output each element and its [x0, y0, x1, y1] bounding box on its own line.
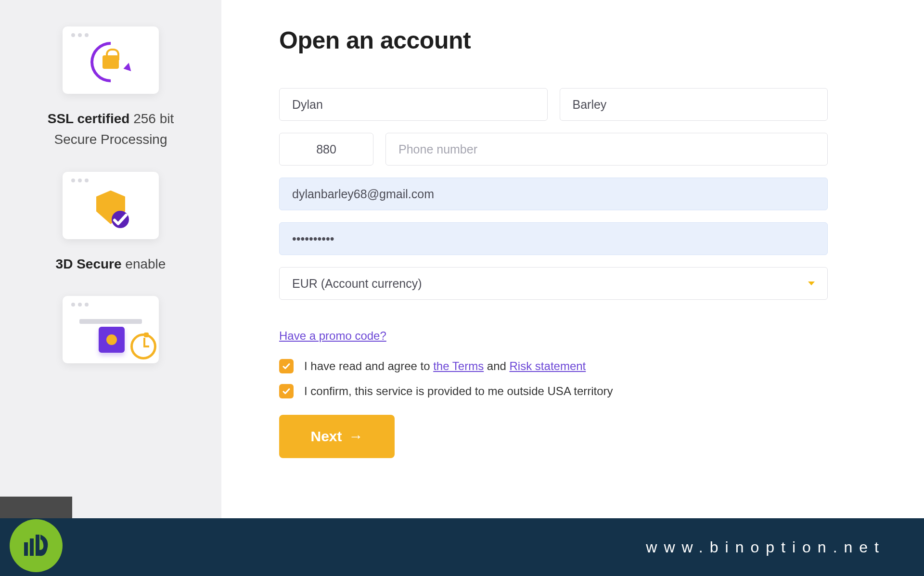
next-button-label: Next	[310, 428, 342, 445]
feature-3dsecure: 3D Secure enable	[0, 172, 221, 274]
binoption-logo	[10, 519, 63, 572]
svg-rect-2	[36, 535, 39, 556]
ssl-rest: 256 bit	[129, 111, 174, 126]
country-code-input[interactable]: 880	[279, 133, 373, 166]
sidebar: SSL certified 256 bit Secure Processing	[0, 0, 221, 576]
ssl-line2: Secure Processing	[48, 129, 174, 150]
check-icon	[282, 362, 291, 371]
feature-atm-card	[63, 296, 159, 363]
ssl-bold: SSL certified	[48, 111, 130, 126]
arrow-right-icon: →	[349, 428, 363, 445]
risk-link[interactable]: Risk statement	[510, 359, 586, 372]
feature-atm	[0, 296, 221, 363]
feature-ssl: SSL certified 256 bit Secure Processing	[0, 26, 221, 150]
currency-select[interactable]: EUR (Account currency)	[279, 267, 828, 300]
3ds-rest: enable	[122, 256, 166, 271]
atm-clock-icon	[71, 307, 150, 357]
usa-checkbox[interactable]	[279, 384, 294, 398]
feature-3dsecure-card	[63, 172, 159, 239]
lock-refresh-icon	[71, 37, 150, 87]
svg-rect-1	[30, 538, 34, 556]
feature-ssl-card	[63, 26, 159, 94]
terms-link[interactable]: the Terms	[433, 359, 484, 372]
terms-label: I have read and agree to the Terms and R…	[304, 359, 586, 373]
shield-check-icon	[71, 182, 150, 232]
first-name-input[interactable]: Dylan	[279, 88, 548, 121]
phone-input[interactable]: Phone number	[385, 133, 828, 166]
3ds-bold: 3D Secure	[56, 256, 122, 271]
footer: www.binoption.net	[0, 518, 924, 576]
promo-code-link[interactable]: Have a promo code?	[279, 329, 386, 343]
page-title: Open an account	[279, 26, 828, 54]
usa-label: I confirm, this service is provided to m…	[304, 384, 613, 398]
email-input[interactable]: dylanbarley68@gmail.com	[279, 178, 828, 210]
next-button[interactable]: Next →	[279, 415, 395, 458]
logo-icon	[19, 529, 53, 563]
main-content: Open an account Dylan Barley 880 Phone n…	[221, 0, 924, 576]
terms-checkbox[interactable]	[279, 359, 294, 373]
chevron-down-icon	[808, 282, 815, 285]
password-input[interactable]: ••••••••••	[279, 222, 828, 255]
last-name-input[interactable]: Barley	[560, 88, 828, 121]
svg-rect-0	[24, 542, 28, 556]
footer-url: www.binoption.net	[646, 538, 886, 556]
check-icon	[282, 387, 291, 396]
